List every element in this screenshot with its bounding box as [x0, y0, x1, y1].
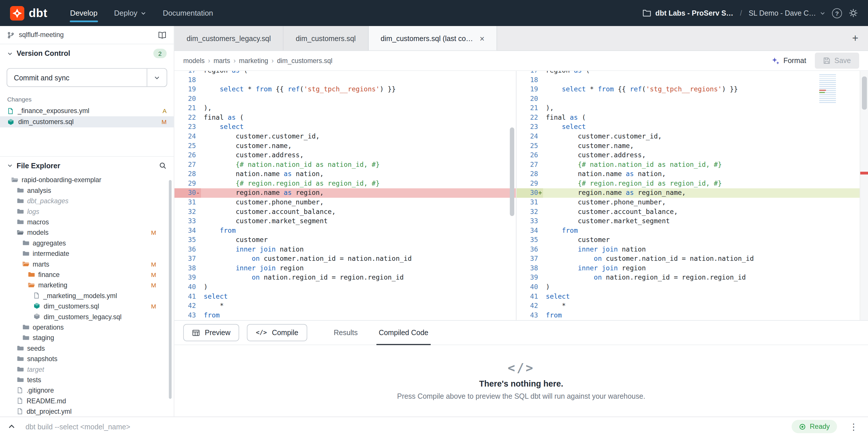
tree-item[interactable]: financeM	[0, 269, 174, 280]
sidebar-scrollbar[interactable]	[169, 180, 172, 399]
tree-item[interactable]: tests	[0, 374, 174, 385]
code-line[interactable]: 28 nation.name as nation,	[516, 169, 868, 179]
close-tab-icon[interactable]: ×	[479, 33, 485, 43]
code-line[interactable]: 38 inner join region	[174, 264, 516, 273]
nav-documentation[interactable]: Documentation	[155, 0, 221, 26]
tab-compiled-code[interactable]: Compiled Code	[376, 320, 431, 345]
tree-item[interactable]: staging	[0, 332, 174, 343]
tab-dim-customers-last-commit[interactable]: dim_customers.sql (last co… ×	[368, 26, 497, 50]
tree-item[interactable]: snapshots	[0, 353, 174, 364]
tree-item[interactable]: seeds	[0, 343, 174, 353]
editor-scrollbar[interactable]	[860, 71, 868, 320]
version-control-header[interactable]: Version Control 2	[0, 44, 174, 62]
code-line[interactable]: 34 from	[174, 226, 516, 236]
code-line[interactable]: 33 customer.market_segment	[174, 216, 516, 226]
code-line[interactable]: 31 customer.phone_number,	[516, 198, 868, 207]
code-line[interactable]: 26 customer.address,	[516, 151, 868, 160]
code-line[interactable]: 19 select * from {{ ref('stg_tpch__regio…	[174, 85, 516, 94]
code-line[interactable]: 21 ),	[516, 104, 868, 113]
code-line[interactable]: 24 customer.customer_id,	[174, 132, 516, 141]
nav-develop[interactable]: Develop	[62, 0, 106, 26]
code-line[interactable]: 21 ),	[174, 104, 516, 113]
tree-item[interactable]: operations	[0, 322, 174, 332]
nav-deploy[interactable]: Deploy	[106, 0, 155, 26]
code-line[interactable]: 25 customer.name,	[174, 141, 516, 151]
diff-pane-modified[interactable]: 17 region as (18 19 select * from {{ ref…	[516, 71, 868, 320]
code-line[interactable]: 24 customer.customer_id,	[516, 132, 868, 141]
code-line[interactable]: 26 customer.address,	[174, 151, 516, 160]
code-line[interactable]: 18	[174, 76, 516, 85]
tree-item[interactable]: macros	[0, 216, 174, 227]
code-line[interactable]: 36 inner join nation	[174, 245, 516, 255]
save-button[interactable]: Save	[815, 53, 859, 69]
minimap[interactable]	[819, 74, 836, 103]
chevron-up-icon[interactable]	[8, 423, 16, 431]
file-explorer-header[interactable]: File Explorer	[0, 156, 174, 174]
code-line[interactable]: 33 customer.market_segment	[516, 216, 868, 226]
tab-results[interactable]: Results	[332, 320, 360, 345]
left-pane-scrollbar[interactable]	[510, 127, 514, 216]
code-line[interactable]: 36 inner join nation	[516, 245, 868, 255]
code-line[interactable]: 29 {# region.region_id as region_id, #}	[174, 179, 516, 188]
dbt-logo[interactable]: dbt	[10, 6, 47, 20]
code-line[interactable]: 27 {# nation.nation_id as nation_id, #}	[516, 160, 868, 170]
help-icon[interactable]: ?	[832, 8, 842, 18]
code-line[interactable]: 39 on nation.region_id = region.region_i…	[174, 273, 516, 283]
code-line[interactable]: 38 inner join region	[516, 264, 868, 273]
code-line[interactable]: 25 customer.name,	[516, 141, 868, 151]
code-line[interactable]: 31 customer.phone_number,	[174, 198, 516, 207]
code-line[interactable]: 34 from	[516, 226, 868, 236]
code-line[interactable]: 40 )	[174, 283, 516, 292]
code-line[interactable]: 30+ region.name as region_name,	[516, 188, 868, 198]
tree-item[interactable]: rapid-onboarding-exemplar	[0, 174, 174, 185]
tree-item[interactable]: intermediate	[0, 248, 174, 259]
code-line[interactable]: 41 select	[516, 292, 868, 301]
tree-item[interactable]: README.md	[0, 396, 174, 406]
code-line[interactable]: 17 region as (	[174, 71, 516, 75]
tree-item[interactable]: analysis	[0, 185, 174, 196]
code-line[interactable]: 23 select	[174, 122, 516, 132]
account-selector[interactable]: dbt Labs - ProServ S…	[643, 9, 733, 17]
docs-book-icon[interactable]	[158, 31, 167, 38]
preview-button[interactable]: Preview	[183, 324, 239, 341]
search-icon[interactable]	[159, 162, 167, 169]
code-line[interactable]: 40 )	[516, 283, 868, 292]
changed-file[interactable]: dim_customers.sqlM	[0, 116, 174, 127]
format-button[interactable]: Format	[766, 53, 812, 68]
code-line[interactable]: 32 customer.account_balance,	[174, 207, 516, 217]
code-line[interactable]: 22 final as (	[516, 113, 868, 123]
code-line[interactable]: 42 *	[174, 301, 516, 311]
branch-name[interactable]: sqlfluff-meeting	[19, 31, 64, 39]
tree-item[interactable]: .gitignore	[0, 385, 174, 395]
tree-item[interactable]: dim_customers.sqlM	[0, 301, 174, 311]
tree-item[interactable]: aggregates	[0, 238, 174, 248]
settings-gear-icon[interactable]	[849, 8, 858, 18]
editor-scrollbar-thumb[interactable]	[862, 76, 867, 110]
code-line[interactable]: 32 customer.account_balance,	[516, 207, 868, 217]
tree-item[interactable]: martsM	[0, 259, 174, 269]
kebab-menu-icon[interactable]: ⋮	[847, 421, 860, 432]
diff-pane-original[interactable]: 17 region as (18 19 select * from {{ ref…	[174, 71, 516, 320]
commit-options-caret[interactable]	[147, 69, 167, 86]
new-tab-button[interactable]: +	[843, 26, 868, 50]
tree-item[interactable]: dbt_project.yml	[0, 406, 174, 416]
code-line[interactable]: 43 from	[174, 311, 516, 320]
code-line[interactable]: 30- region.name as region,	[174, 188, 516, 198]
tab-dim-customers-legacy[interactable]: dim_customers_legacy.sql	[174, 26, 283, 50]
code-line[interactable]: 22 final as (	[174, 113, 516, 123]
tab-dim-customers[interactable]: dim_customers.sql	[283, 26, 368, 50]
code-line[interactable]: 29 {# region.region_id as region_id, #}	[516, 179, 868, 188]
code-line[interactable]: 37 on customer.nation_id = nation.nation…	[516, 254, 868, 264]
code-line[interactable]: 20	[516, 94, 868, 104]
code-line[interactable]: 37 on customer.nation_id = nation.nation…	[174, 254, 516, 264]
code-line[interactable]: 41 select	[174, 292, 516, 301]
tree-item[interactable]: dim_customers_legacy.sql	[0, 311, 174, 322]
code-line[interactable]: 28 nation.name as nation,	[174, 169, 516, 179]
command-input[interactable]: dbt build --select <model_name>	[25, 423, 782, 431]
code-line[interactable]: 20	[174, 94, 516, 104]
tree-item[interactable]: _marketing__models.yml	[0, 290, 174, 301]
tree-item[interactable]: marketingM	[0, 280, 174, 290]
code-line[interactable]: 17 region as (	[516, 71, 868, 75]
project-selector[interactable]: SL Demo - Dave C…	[749, 9, 826, 17]
code-line[interactable]: 19 select * from {{ ref('stg_tpch__regio…	[516, 85, 868, 94]
